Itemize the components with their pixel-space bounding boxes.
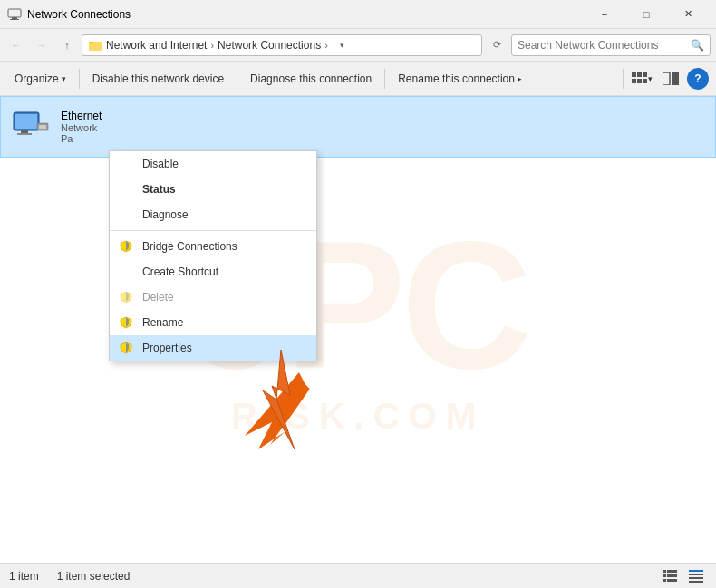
status-item-count: 1 item	[9, 570, 39, 583]
menu-label-properties: Properties	[142, 342, 192, 354]
svg-rect-17	[39, 125, 46, 129]
status-selected-count: 1 item selected	[57, 570, 131, 583]
menu-label-status: Status	[142, 183, 176, 196]
panel-button[interactable]	[658, 66, 683, 92]
status-view-controls	[660, 565, 707, 587]
address-path[interactable]: Network and Internet › Network Connectio…	[82, 34, 482, 56]
rename-shield-icon	[119, 315, 133, 330]
panel-icon	[663, 72, 679, 85]
minimize-button[interactable]: −	[584, 0, 625, 29]
svg-rect-25	[663, 579, 666, 582]
svg-rect-11	[672, 72, 679, 85]
menu-item-disable[interactable]: Disable	[110, 151, 316, 177]
svg-rect-1	[12, 17, 17, 19]
help-button[interactable]: ?	[687, 68, 709, 90]
toolbar-separator-2	[237, 69, 237, 89]
svg-rect-9	[643, 79, 647, 83]
svg-rect-10	[663, 72, 670, 85]
search-box: 🔍	[511, 34, 711, 56]
title-bar-controls: − □ ✕	[584, 0, 709, 29]
title-bar-title: Network Connections	[27, 8, 584, 21]
disable-button[interactable]: Disable this network device	[85, 65, 231, 92]
ethernet-info: Ethernet Network Pa	[61, 110, 102, 144]
svg-rect-23	[663, 574, 666, 577]
view-dropdown-button[interactable]: ▾	[629, 66, 654, 92]
ethernet-sub2: Pa	[61, 133, 102, 144]
svg-rect-26	[667, 579, 677, 582]
menu-item-status[interactable]: Status	[110, 177, 316, 202]
svg-rect-22	[667, 570, 677, 573]
svg-rect-24	[667, 574, 677, 577]
maximize-button[interactable]: □	[625, 0, 667, 29]
toolbar-right: ▾ ?	[621, 66, 709, 92]
toolbar-separator-4	[623, 69, 624, 89]
svg-rect-29	[689, 577, 703, 579]
ethernet-name: Ethernet	[61, 110, 102, 122]
menu-item-create-shortcut[interactable]: Create Shortcut	[110, 259, 316, 284]
context-menu: Disable Status Diagnose Bridge Connectio…	[109, 150, 317, 361]
bridge-shield-icon	[119, 239, 133, 254]
toolbar: Organize ▾ Disable this network device D…	[0, 62, 716, 96]
toolbar-separator-1	[79, 69, 80, 89]
title-bar-icon	[7, 7, 22, 22]
rename-button[interactable]: Rename this connection ▸	[391, 65, 529, 92]
back-button[interactable]: ←	[5, 34, 27, 56]
svg-rect-14	[21, 130, 28, 133]
ethernet-item[interactable]: Ethernet Network Pa	[0, 96, 716, 158]
ethernet-sub1: Network	[61, 122, 102, 133]
status-details-view-button[interactable]	[685, 565, 707, 587]
up-button[interactable]: ↑	[56, 34, 78, 56]
menu-item-delete: Delete	[110, 284, 316, 310]
close-button[interactable]: ✕	[667, 0, 709, 29]
svg-rect-8	[637, 79, 642, 83]
arrow-pointer	[227, 359, 317, 449]
diagnose-button[interactable]: Diagnose this connection	[243, 65, 379, 92]
menu-item-properties[interactable]: Properties	[110, 335, 316, 361]
menu-item-bridge[interactable]: Bridge Connections	[110, 234, 316, 259]
menu-separator-1	[110, 230, 316, 231]
properties-shield-icon	[119, 341, 133, 355]
title-bar: Network Connections − □ ✕	[0, 0, 716, 29]
details-view-icon	[689, 570, 703, 583]
ethernet-icon	[8, 105, 52, 149]
path-dropdown[interactable]: ▾	[332, 34, 353, 56]
svg-rect-28	[689, 574, 703, 575]
path-folder-icon	[88, 38, 102, 53]
path-connections: Network Connections	[218, 39, 321, 52]
svg-rect-27	[689, 570, 703, 572]
svg-rect-4	[632, 72, 636, 77]
svg-marker-20	[263, 350, 295, 449]
menu-label-bridge: Bridge Connections	[142, 240, 237, 253]
forward-button[interactable]: →	[31, 34, 53, 56]
organize-button[interactable]: Organize ▾	[7, 65, 73, 92]
menu-label-create-shortcut: Create Shortcut	[142, 265, 218, 278]
svg-rect-30	[689, 581, 703, 583]
view-icon	[632, 72, 648, 85]
delete-shield-icon	[119, 290, 133, 304]
svg-rect-7	[632, 79, 636, 83]
svg-rect-5	[637, 72, 642, 77]
svg-rect-0	[8, 9, 21, 17]
menu-item-rename[interactable]: Rename	[110, 310, 316, 335]
svg-rect-6	[643, 72, 647, 77]
svg-marker-19	[245, 372, 308, 449]
list-view-icon	[663, 570, 678, 583]
svg-marker-18	[249, 376, 318, 448]
search-input[interactable]	[518, 39, 687, 52]
svg-rect-2	[10, 19, 19, 20]
svg-rect-13	[15, 114, 37, 129]
menu-label-delete: Delete	[142, 291, 174, 304]
svg-rect-21	[663, 570, 666, 573]
search-icon: 🔍	[691, 39, 704, 52]
refresh-button[interactable]: ⟳	[486, 34, 508, 56]
address-bar: ← → ↑ Network and Internet › Network Con…	[0, 29, 716, 62]
menu-label-disable: Disable	[142, 158, 179, 170]
status-list-view-button[interactable]	[660, 565, 682, 587]
toolbar-separator-3	[384, 69, 385, 89]
menu-label-rename: Rename	[142, 316, 183, 329]
svg-rect-15	[17, 133, 32, 135]
path-network: Network and Internet	[106, 39, 207, 52]
menu-item-diagnose[interactable]: Diagnose	[110, 202, 316, 227]
menu-label-diagnose: Diagnose	[142, 208, 189, 221]
status-bar: 1 item 1 item selected	[0, 563, 716, 588]
